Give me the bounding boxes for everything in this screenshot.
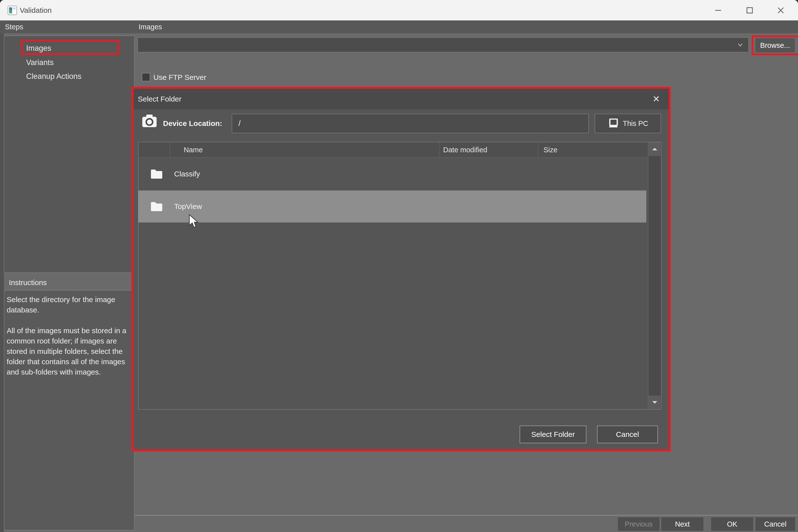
use-ftp-server-checkbox[interactable] xyxy=(142,73,150,81)
column-size[interactable]: Size xyxy=(538,142,648,157)
maximize-button[interactable] xyxy=(737,0,762,20)
instructions-title: Instructions xyxy=(4,274,134,289)
scroll-up-button[interactable] xyxy=(649,142,661,156)
app-icon xyxy=(7,5,17,16)
column-name[interactable]: Name xyxy=(170,142,439,157)
close-icon xyxy=(776,6,785,15)
folder-table-header: Name Date modified Size xyxy=(138,142,648,158)
footer-divider xyxy=(135,515,798,515)
folder-name: Classify xyxy=(170,170,439,178)
this-pc-icon xyxy=(607,118,619,128)
footer-cancel-button[interactable]: Cancel xyxy=(755,517,796,531)
vertical-scrollbar[interactable] xyxy=(648,142,661,409)
select-folder-button[interactable]: Select Folder xyxy=(520,425,586,443)
steps-header: Steps xyxy=(5,20,23,33)
chevron-down-icon xyxy=(737,41,744,49)
folder-icon xyxy=(150,169,163,179)
use-ftp-server-label: Use FTP Server xyxy=(153,73,206,82)
sidebar-item-cleanup-actions[interactable]: Cleanup Actions xyxy=(4,70,155,83)
device-location-input[interactable] xyxy=(232,114,588,133)
dialog-close-button[interactable]: ✕ xyxy=(648,89,665,109)
scroll-down-icon xyxy=(652,400,658,404)
dialog-title: Select Folder xyxy=(138,89,181,109)
instructions-panel: Select the directory for the image datab… xyxy=(4,290,134,530)
image-directory-combobox[interactable] xyxy=(138,37,749,52)
folder-name: TopView xyxy=(170,202,439,211)
scroll-up-icon xyxy=(652,147,658,151)
minimize-icon xyxy=(714,6,722,15)
previous-button[interactable]: Previous xyxy=(617,517,660,531)
title-bar: Validation xyxy=(0,0,798,20)
table-row-topview[interactable]: TopView xyxy=(138,190,646,223)
scroll-down-button[interactable] xyxy=(649,396,661,409)
this-pc-button[interactable]: This PC xyxy=(595,114,661,133)
mouse-cursor-icon xyxy=(188,214,199,229)
window-left-edge xyxy=(0,33,4,532)
dialog-cancel-button[interactable]: Cancel xyxy=(597,425,658,443)
ok-button[interactable]: OK xyxy=(711,517,754,531)
instructions-paragraph-2: All of the images must be stored in a co… xyxy=(7,325,133,377)
dialog-title-bar: Select Folder ✕ xyxy=(133,89,669,109)
images-header: Images xyxy=(139,20,162,33)
instructions-paragraph-1: Select the directory for the image datab… xyxy=(7,294,133,315)
device-location-label: Device Location: xyxy=(163,114,222,133)
table-row-classify[interactable]: Classify xyxy=(138,158,646,190)
sidebar-item-images[interactable]: Images xyxy=(4,42,155,55)
browse-button[interactable]: Browse... xyxy=(755,38,795,53)
column-date-modified[interactable]: Date modified xyxy=(439,142,538,157)
camera-icon xyxy=(141,113,158,129)
sidebar-item-variants[interactable]: Variants xyxy=(4,56,155,69)
section-header-bar: Steps Images xyxy=(0,20,798,33)
close-button[interactable] xyxy=(768,0,794,20)
folder-icon xyxy=(150,201,163,212)
next-button[interactable]: Next xyxy=(661,517,704,531)
steps-panel: Images Variants Cleanup Actions xyxy=(4,36,134,273)
select-folder-dialog: Select Folder ✕ Device Location: This PC… xyxy=(131,87,671,452)
column-icon xyxy=(138,142,170,157)
minimize-button[interactable] xyxy=(705,0,731,20)
this-pc-label: This PC xyxy=(623,119,648,128)
window-title: Validation xyxy=(20,0,52,20)
folder-table: Name Date modified Size Classify TopView xyxy=(138,142,661,410)
validation-window: Validation Steps Images Images Variants … xyxy=(0,0,798,532)
maximize-icon xyxy=(745,6,754,15)
